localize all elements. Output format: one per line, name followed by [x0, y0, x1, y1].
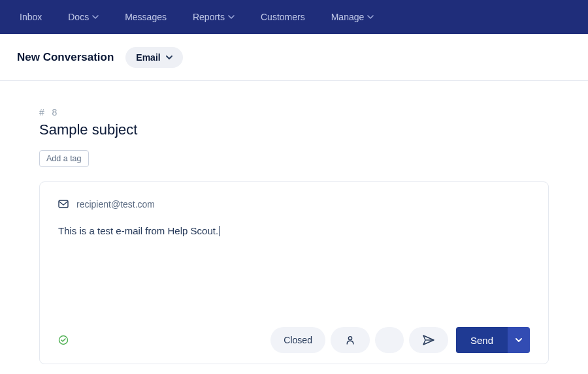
channel-label: Email — [136, 52, 160, 63]
nav-reports[interactable]: Reports — [180, 12, 248, 22]
number-prefix: # — [39, 107, 44, 117]
envelope-icon — [58, 200, 69, 209]
chevron-down-icon — [228, 14, 235, 20]
send-later-button[interactable] — [409, 327, 448, 353]
page-title: New Conversation — [17, 51, 114, 64]
nav-label: Customers — [261, 12, 305, 22]
action-bar: Closed — [270, 327, 530, 353]
chevron-down-icon — [166, 54, 172, 61]
body-text: This is a test e-mail from Help Scout. — [58, 225, 218, 236]
nav-label: Docs — [68, 12, 89, 22]
conversation-number: # 8 — [39, 107, 549, 117]
toolbar: New Conversation Email — [0, 34, 588, 81]
nav-docs[interactable]: Docs — [55, 12, 112, 22]
channel-selector[interactable]: Email — [125, 47, 182, 68]
saved-check-icon — [58, 335, 69, 345]
nav-inbox[interactable]: Inbox — [7, 12, 55, 22]
svg-rect-0 — [59, 200, 68, 208]
recipient-email: recipient@test.com — [76, 199, 155, 210]
assign-user-button[interactable] — [331, 327, 370, 353]
number-value: 8 — [52, 107, 57, 117]
send-more-button[interactable] — [508, 327, 530, 353]
add-tag-button[interactable]: Add a tag — [39, 150, 89, 167]
send-button[interactable]: Send — [456, 327, 508, 353]
nav-label: Reports — [193, 12, 225, 22]
chevron-down-icon — [367, 14, 374, 20]
extra-action-button[interactable] — [375, 327, 404, 353]
nav-label: Messages — [125, 12, 167, 22]
top-nav: Inbox Docs Messages Reports Customers Ma… — [0, 0, 588, 34]
main-content: # 8 Sample subject Add a tag recipient@t… — [0, 81, 588, 374]
send-icon — [423, 335, 434, 345]
person-icon — [345, 335, 355, 345]
text-cursor — [219, 226, 220, 236]
message-body[interactable]: This is a test e-mail from Help Scout. — [58, 225, 530, 327]
editor-card: recipient@test.com This is a test e-mail… — [39, 181, 549, 364]
svg-point-2 — [348, 337, 351, 340]
editor-footer: Closed — [58, 327, 530, 353]
nav-label: Manage — [331, 12, 365, 22]
nav-manage[interactable]: Manage — [318, 12, 387, 22]
conversation-subject: Sample subject — [39, 121, 549, 138]
chevron-down-icon — [515, 337, 522, 343]
nav-customers[interactable]: Customers — [248, 12, 318, 22]
recipient-row[interactable]: recipient@test.com — [58, 199, 530, 210]
send-group: Send — [456, 327, 530, 353]
status-closed-button[interactable]: Closed — [270, 327, 325, 353]
nav-label: Inbox — [20, 12, 42, 22]
chevron-down-icon — [92, 14, 99, 20]
nav-messages[interactable]: Messages — [112, 12, 180, 22]
